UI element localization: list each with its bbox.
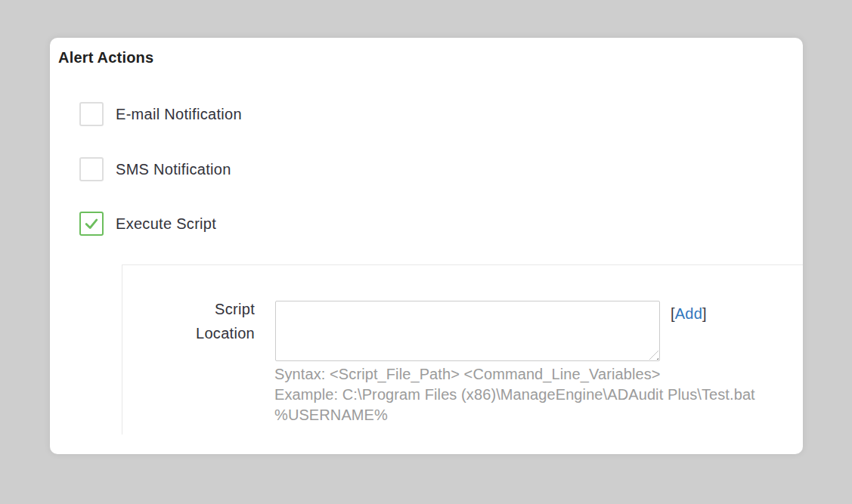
script-location-field-wrapper [275, 301, 660, 361]
alert-actions-card: Alert Actions E-mail Notification SMS No… [50, 38, 803, 454]
script-location-label: Script Location [181, 297, 255, 345]
execute-script-panel: Script Location [Add] Syntax: <Script_Fi… [122, 264, 803, 434]
sms-notification-checkbox[interactable] [79, 157, 104, 181]
example-hint-line-wrap: %USERNAME% [274, 405, 803, 425]
section-title: Alert Actions [58, 48, 153, 67]
checkbox-row-email-notification: E-mail Notification [79, 102, 242, 126]
checkbox-row-execute-script: Execute Script [79, 212, 216, 236]
sms-notification-label: SMS Notification [116, 157, 231, 181]
checkbox-row-sms-notification: SMS Notification [79, 157, 231, 181]
add-link-close-bracket: ] [702, 305, 707, 322]
script-location-textarea[interactable] [275, 301, 660, 361]
add-link-text: Add [675, 305, 702, 322]
execute-script-label: Execute Script [116, 212, 216, 236]
email-notification-label: E-mail Notification [116, 102, 242, 126]
email-notification-checkbox[interactable] [79, 102, 104, 126]
example-hint-line: Example: C:\Program Files (x86)\ManageEn… [274, 385, 803, 405]
checkmark-icon [83, 215, 100, 232]
syntax-hint-line: Syntax: <Script_File_Path> <Command_Line… [274, 364, 803, 385]
script-hint-block: Syntax: <Script_File_Path> <Command_Line… [274, 364, 803, 425]
add-script-link[interactable]: [Add] [671, 305, 707, 323]
execute-script-checkbox[interactable] [79, 212, 104, 236]
